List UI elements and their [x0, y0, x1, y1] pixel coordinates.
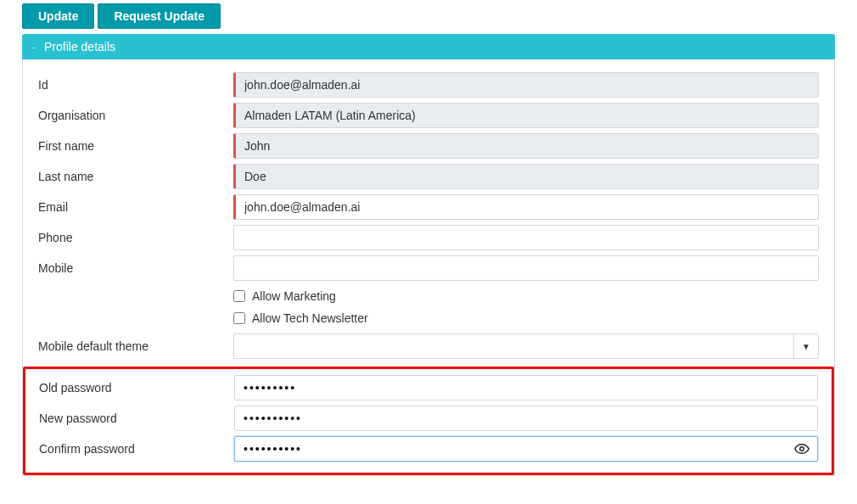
- row-new-password: New password: [39, 403, 818, 434]
- collapse-icon: -: [32, 42, 39, 52]
- label-email: Email: [38, 200, 233, 214]
- email-field[interactable]: [233, 194, 819, 220]
- label-phone: Phone: [38, 231, 233, 244]
- label-new-password: New password: [39, 412, 234, 425]
- label-allow-tech-newsletter: Allow Tech Newsletter: [252, 311, 368, 325]
- label-first-name: First name: [38, 139, 233, 153]
- confirm-password-field[interactable]: [234, 436, 818, 462]
- mobile-default-theme-select[interactable]: [233, 333, 793, 359]
- label-last-name: Last name: [38, 170, 233, 183]
- toolbar: Update Request Update: [22, 3, 835, 29]
- label-organisation: Organisation: [38, 109, 233, 122]
- label-confirm-password: Confirm password: [39, 442, 234, 456]
- eye-icon[interactable]: [794, 443, 809, 455]
- organisation-field: [233, 103, 819, 128]
- label-allow-marketing: Allow Marketing: [252, 289, 336, 303]
- label-id: Id: [38, 78, 233, 92]
- row-allow-marketing: Allow Marketing Allow Tech Newsletter: [38, 283, 819, 331]
- last-name-field: [233, 164, 819, 189]
- row-mobile: Mobile: [38, 253, 819, 283]
- id-field: [233, 72, 819, 98]
- row-organisation: Organisation: [38, 100, 819, 131]
- row-last-name: Last name: [38, 161, 819, 192]
- row-old-password: Old password: [39, 372, 818, 403]
- panel-header[interactable]: - Profile details: [22, 34, 835, 59]
- panel-title: Profile details: [44, 40, 115, 53]
- svg-point-0: [800, 447, 804, 451]
- allow-marketing-checkbox[interactable]: [233, 290, 245, 302]
- allow-tech-newsletter-checkbox[interactable]: [233, 312, 245, 324]
- row-mobile-default-theme: Mobile default theme ▼: [38, 331, 819, 361]
- profile-form: Id Organisation First name Last name Ema…: [22, 59, 835, 476]
- password-section: Old password New password Confirm passwo…: [23, 367, 834, 475]
- row-email: Email: [38, 192, 819, 222]
- new-password-field[interactable]: [234, 406, 818, 431]
- old-password-field[interactable]: [234, 375, 818, 400]
- label-old-password: Old password: [39, 381, 234, 395]
- row-id: Id: [38, 70, 819, 100]
- row-first-name: First name: [38, 131, 819, 161]
- row-phone: Phone: [38, 222, 819, 253]
- request-update-button[interactable]: Request Update: [98, 3, 221, 29]
- update-button[interactable]: Update: [22, 3, 94, 29]
- chevron-down-icon[interactable]: ▼: [793, 333, 819, 359]
- phone-field[interactable]: [233, 225, 819, 250]
- row-confirm-password: Confirm password: [39, 434, 818, 464]
- first-name-field: [233, 133, 819, 159]
- mobile-field[interactable]: [233, 255, 819, 281]
- label-mobile-default-theme: Mobile default theme: [38, 339, 233, 353]
- label-mobile: Mobile: [38, 261, 233, 275]
